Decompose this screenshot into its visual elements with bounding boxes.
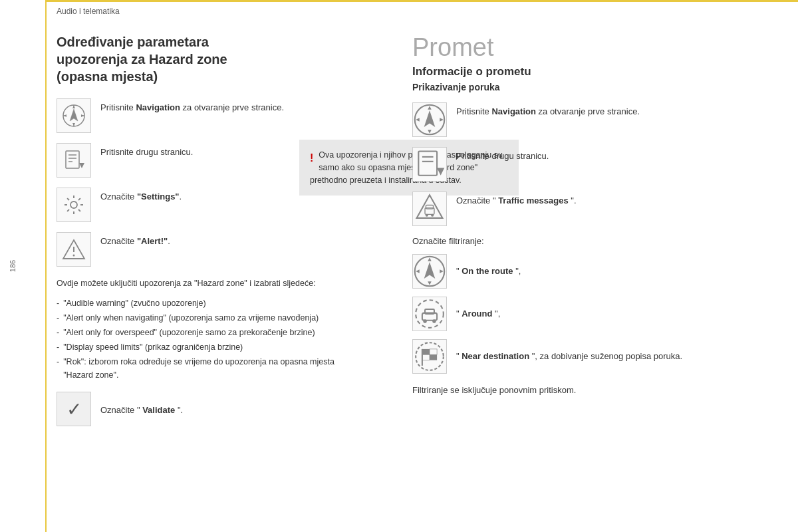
icon-on-route [412,254,447,289]
svg-rect-59 [430,354,437,360]
svg-marker-7 [72,106,75,108]
right-step-nav: Pritisnite Navigation za otvaranje prve … [412,102,778,137]
checkmark-icon: ✓ [66,398,82,420]
list-item: -"Audible warning" (zvučno upozorenje) [57,297,342,310]
alert-svg [62,237,86,261]
step-page2: Pritisnite drugu stranicu. [57,143,342,178]
right-icon-traffic [412,192,447,226]
svg-line-21 [67,198,69,200]
svg-line-23 [78,198,80,200]
svg-marker-10 [81,114,84,117]
footer-note: Filtriranje se isključuje ponovnim priti… [412,384,778,397]
svg-line-22 [78,209,80,211]
left-line [45,0,47,532]
icon-near-dest [412,339,447,374]
step3-text: Označite "Settings". [100,188,342,203]
right-subsubtitle: Prikazivanje poruka [412,82,778,92]
page2-svg [62,148,86,172]
list-item: -"Alert only for overspeed" (upozorenje … [57,326,342,339]
filter-on-route: " On the route ", [412,254,778,289]
svg-marker-38 [437,168,444,176]
left-section-title: Određivanje parametara upozorenja za Haz… [57,33,342,85]
right-icon-nav [412,102,447,137]
bullet-list: -"Audible warning" (zvučno upozorenje) -… [57,297,342,382]
icon-settings [57,188,91,222]
body-text: Ovdje možete uključiti upozorenja za "Ha… [57,277,342,290]
right-step-traffic: Označite " Traffic messages ". [412,192,778,226]
svg-rect-11 [66,151,79,168]
step-alert: Označite "Alert!". [57,232,342,267]
svg-point-30 [427,117,432,122]
svg-marker-15 [79,163,84,168]
on-route-text: " On the route ", [456,265,521,277]
right-step-page2: Pritisnite drugu stranicu. [412,147,778,182]
list-item: -"Rok": izborom roka određuje se vrijeme… [57,355,342,382]
svg-point-27 [73,255,75,257]
validate-text: Označite " Validate ". [100,401,342,417]
near-dest-text: " Near destination ", za dobivanje sužen… [456,350,682,362]
filter-near-dest: " Near destination ", za dobivanje sužen… [412,339,778,374]
page-number: 186 [9,260,17,272]
left-column: Određivanje parametara upozorenja za Haz… [57,33,342,426]
near-dest-svg [413,340,446,373]
traffic-svg [413,192,446,225]
svg-rect-56 [422,349,430,354]
svg-marker-32 [428,130,432,134]
list-item: -"Display speed limits" (prikaz ograniče… [57,340,342,354]
svg-marker-49 [440,269,444,273]
svg-marker-47 [428,281,432,285]
svg-point-42 [426,214,428,217]
right-column: Promet Informacije o prometu Prikazivanj… [412,33,778,397]
right-subtitle: Informacije o prometu [412,65,778,78]
list-item: -"Alert only when navigating" (upozorenj… [57,311,342,325]
step-settings: Označite "Settings". [57,188,342,222]
step1-text: Pritisnite Navigation za otvaranje prve … [100,98,342,114]
svg-marker-9 [64,114,66,117]
validate-row: ✓ Označite " Validate ". [57,392,342,426]
svg-point-16 [70,201,77,208]
svg-rect-57 [430,349,437,354]
step-navigation: Pritisnite Navigation za otvaranje prve … [57,98,342,133]
svg-rect-35 [418,152,437,176]
svg-marker-34 [440,118,444,122]
icon-page2 [57,143,91,178]
navigation-svg [62,104,86,128]
svg-point-54 [432,319,436,323]
svg-line-24 [67,209,69,211]
svg-point-2 [72,114,76,118]
svg-marker-8 [72,123,75,126]
svg-rect-58 [422,354,430,360]
icon-around [412,297,447,331]
icon-alert [57,232,91,267]
step2-text: Pritisnite drugu stranicu. [100,143,342,159]
svg-point-43 [431,214,434,217]
icon-validate: ✓ [57,392,91,426]
top-border [45,0,798,2]
filter-label: Označite filtriranje: [412,236,778,246]
right-icon-page2 [412,147,447,182]
svg-marker-45 [424,262,436,279]
svg-marker-48 [416,269,420,273]
svg-rect-52 [425,309,434,314]
r-nav-svg [413,103,446,136]
right-step3-text: Označite " Traffic messages ". [456,192,778,207]
around-text: " Around ", [456,308,500,320]
right-step2-text: Pritisnite drugu stranicu. [456,147,778,163]
on-route-svg [413,255,446,288]
section-header: Audio i telematika [57,7,120,16]
right-section-title: Promet [412,33,778,62]
svg-marker-33 [416,118,420,122]
svg-marker-46 [428,257,432,261]
step4-text: Označite "Alert!". [100,232,342,248]
right-step1-text: Pritisnite Navigation za otvaranje prve … [456,102,778,118]
filter-around: " Around ", [412,297,778,331]
around-svg [413,297,446,331]
icon-navigation [57,98,91,133]
r-page2-svg [413,148,446,181]
settings-svg [62,193,86,217]
svg-point-53 [423,319,427,323]
svg-marker-31 [428,106,432,110]
